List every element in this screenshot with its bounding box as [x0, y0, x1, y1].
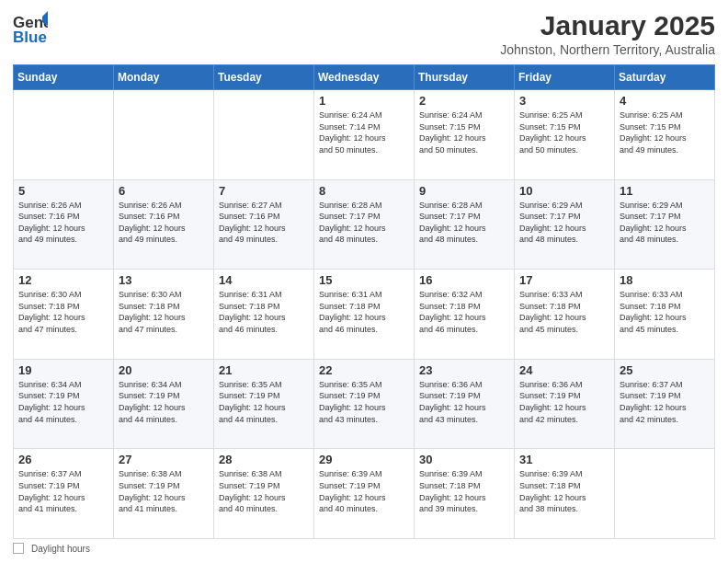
calendar-cell: 24Sunrise: 6:36 AM Sunset: 7:19 PM Dayli…: [515, 359, 615, 449]
day-info: Sunrise: 6:33 AM Sunset: 7:18 PM Dayligh…: [519, 289, 609, 335]
day-number: 10: [519, 184, 609, 198]
day-info: Sunrise: 6:36 AM Sunset: 7:19 PM Dayligh…: [419, 379, 509, 425]
weekday-header-monday: Monday: [114, 65, 214, 90]
calendar-cell: 28Sunrise: 6:38 AM Sunset: 7:19 PM Dayli…: [214, 449, 314, 539]
calendar-cell: 21Sunrise: 6:35 AM Sunset: 7:19 PM Dayli…: [214, 359, 314, 449]
day-info: Sunrise: 6:38 AM Sunset: 7:19 PM Dayligh…: [219, 468, 309, 514]
svg-text:Blue: Blue: [13, 29, 47, 46]
calendar-cell: 14Sunrise: 6:31 AM Sunset: 7:18 PM Dayli…: [214, 270, 314, 360]
calendar-cell: 29Sunrise: 6:39 AM Sunset: 7:19 PM Dayli…: [314, 449, 415, 539]
day-number: 15: [319, 273, 409, 287]
logo: General Blue: [13, 9, 48, 53]
day-info: Sunrise: 6:30 AM Sunset: 7:18 PM Dayligh…: [18, 289, 108, 335]
day-number: 16: [419, 273, 509, 287]
day-info: Sunrise: 6:39 AM Sunset: 7:18 PM Dayligh…: [419, 468, 509, 514]
calendar-cell: 8Sunrise: 6:28 AM Sunset: 7:17 PM Daylig…: [314, 179, 415, 270]
day-number: 20: [119, 363, 209, 377]
day-number: 3: [519, 94, 609, 108]
day-info: Sunrise: 6:31 AM Sunset: 7:18 PM Dayligh…: [219, 289, 309, 335]
day-number: 9: [419, 184, 509, 198]
weekday-header-friday: Friday: [515, 65, 615, 90]
header: General Blue January 2025 Johnston, Nort…: [13, 9, 715, 57]
calendar-cell: 23Sunrise: 6:36 AM Sunset: 7:19 PM Dayli…: [415, 359, 515, 449]
calendar-cell: 19Sunrise: 6:34 AM Sunset: 7:19 PM Dayli…: [14, 359, 114, 449]
day-number: 8: [319, 184, 409, 198]
day-number: 2: [419, 94, 509, 108]
day-number: 27: [119, 453, 209, 466]
day-number: 6: [119, 184, 209, 198]
weekday-header-tuesday: Tuesday: [214, 65, 314, 90]
calendar-cell: [114, 90, 214, 180]
day-number: 14: [219, 273, 309, 287]
day-number: 21: [219, 363, 309, 377]
weekday-header-wednesday: Wednesday: [314, 65, 415, 90]
calendar-cell: 20Sunrise: 6:34 AM Sunset: 7:19 PM Dayli…: [114, 359, 214, 449]
day-number: 25: [620, 363, 710, 377]
day-info: Sunrise: 6:39 AM Sunset: 7:19 PM Dayligh…: [319, 468, 409, 514]
day-info: Sunrise: 6:24 AM Sunset: 7:14 PM Dayligh…: [319, 109, 409, 155]
day-info: Sunrise: 6:32 AM Sunset: 7:18 PM Dayligh…: [419, 289, 509, 335]
day-number: 26: [18, 453, 108, 466]
weekday-header-saturday: Saturday: [615, 65, 715, 90]
day-info: Sunrise: 6:26 AM Sunset: 7:16 PM Dayligh…: [119, 200, 209, 246]
calendar-cell: [14, 90, 114, 180]
calendar-cell: 6Sunrise: 6:26 AM Sunset: 7:16 PM Daylig…: [114, 179, 214, 270]
calendar-cell: 18Sunrise: 6:33 AM Sunset: 7:18 PM Dayli…: [615, 270, 715, 360]
calendar-cell: 27Sunrise: 6:38 AM Sunset: 7:19 PM Dayli…: [114, 449, 214, 539]
calendar-cell: [615, 449, 715, 539]
calendar-cell: 15Sunrise: 6:31 AM Sunset: 7:18 PM Dayli…: [314, 270, 415, 360]
calendar-cell: 2Sunrise: 6:24 AM Sunset: 7:15 PM Daylig…: [415, 90, 515, 180]
day-number: 23: [419, 363, 509, 377]
calendar-cell: 13Sunrise: 6:30 AM Sunset: 7:18 PM Dayli…: [114, 270, 214, 360]
calendar-cell: 3Sunrise: 6:25 AM Sunset: 7:15 PM Daylig…: [515, 90, 615, 180]
day-number: 17: [519, 273, 609, 287]
calendar-cell: 17Sunrise: 6:33 AM Sunset: 7:18 PM Dayli…: [515, 270, 615, 360]
day-info: Sunrise: 6:39 AM Sunset: 7:18 PM Dayligh…: [519, 468, 609, 514]
day-number: 28: [219, 453, 309, 466]
day-info: Sunrise: 6:27 AM Sunset: 7:16 PM Dayligh…: [219, 200, 309, 246]
calendar-week-5: 26Sunrise: 6:37 AM Sunset: 7:19 PM Dayli…: [14, 449, 715, 539]
day-number: 13: [119, 273, 209, 287]
day-info: Sunrise: 6:38 AM Sunset: 7:19 PM Dayligh…: [119, 468, 209, 514]
day-info: Sunrise: 6:33 AM Sunset: 7:18 PM Dayligh…: [620, 289, 710, 335]
day-number: 1: [319, 94, 409, 108]
day-info: Sunrise: 6:34 AM Sunset: 7:19 PM Dayligh…: [18, 379, 108, 425]
daylight-label: Daylight hours: [31, 544, 90, 554]
day-info: Sunrise: 6:35 AM Sunset: 7:19 PM Dayligh…: [319, 379, 409, 425]
location-subtitle: Johnston, Northern Territory, Australia: [500, 42, 715, 57]
day-number: 4: [620, 94, 710, 108]
day-info: Sunrise: 6:25 AM Sunset: 7:15 PM Dayligh…: [519, 109, 609, 155]
day-number: 30: [419, 453, 509, 466]
day-info: Sunrise: 6:36 AM Sunset: 7:19 PM Dayligh…: [519, 379, 609, 425]
calendar-week-2: 5Sunrise: 6:26 AM Sunset: 7:16 PM Daylig…: [14, 179, 715, 270]
day-number: 24: [519, 363, 609, 377]
day-info: Sunrise: 6:34 AM Sunset: 7:19 PM Dayligh…: [119, 379, 209, 425]
day-number: 22: [319, 363, 409, 377]
month-title: January 2025: [500, 9, 715, 42]
day-info: Sunrise: 6:25 AM Sunset: 7:15 PM Dayligh…: [620, 109, 710, 155]
day-info: Sunrise: 6:26 AM Sunset: 7:16 PM Dayligh…: [18, 200, 108, 246]
day-info: Sunrise: 6:29 AM Sunset: 7:17 PM Dayligh…: [620, 200, 710, 246]
day-number: 19: [18, 363, 108, 377]
calendar-cell: 9Sunrise: 6:28 AM Sunset: 7:17 PM Daylig…: [415, 179, 515, 270]
calendar-week-3: 12Sunrise: 6:30 AM Sunset: 7:18 PM Dayli…: [14, 270, 715, 360]
title-area: January 2025 Johnston, Northern Territor…: [500, 9, 715, 57]
calendar-cell: 1Sunrise: 6:24 AM Sunset: 7:14 PM Daylig…: [314, 90, 415, 180]
day-info: Sunrise: 6:28 AM Sunset: 7:17 PM Dayligh…: [419, 200, 509, 246]
day-info: Sunrise: 6:29 AM Sunset: 7:17 PM Dayligh…: [519, 200, 609, 246]
logo-icon: General Blue: [13, 9, 48, 53]
weekday-header-sunday: Sunday: [14, 65, 114, 90]
day-info: Sunrise: 6:35 AM Sunset: 7:19 PM Dayligh…: [219, 379, 309, 425]
day-number: 18: [620, 273, 710, 287]
calendar-cell: 31Sunrise: 6:39 AM Sunset: 7:18 PM Dayli…: [515, 449, 615, 539]
calendar-week-4: 19Sunrise: 6:34 AM Sunset: 7:19 PM Dayli…: [14, 359, 715, 449]
daylight-box-icon: [13, 543, 24, 554]
calendar-cell: 5Sunrise: 6:26 AM Sunset: 7:16 PM Daylig…: [14, 179, 114, 270]
day-info: Sunrise: 6:24 AM Sunset: 7:15 PM Dayligh…: [419, 109, 509, 155]
day-number: 29: [319, 453, 409, 466]
calendar-cell: 25Sunrise: 6:37 AM Sunset: 7:19 PM Dayli…: [615, 359, 715, 449]
footer: Daylight hours: [13, 543, 715, 554]
day-info: Sunrise: 6:31 AM Sunset: 7:18 PM Dayligh…: [319, 289, 409, 335]
calendar-cell: 22Sunrise: 6:35 AM Sunset: 7:19 PM Dayli…: [314, 359, 415, 449]
calendar-cell: 16Sunrise: 6:32 AM Sunset: 7:18 PM Dayli…: [415, 270, 515, 360]
